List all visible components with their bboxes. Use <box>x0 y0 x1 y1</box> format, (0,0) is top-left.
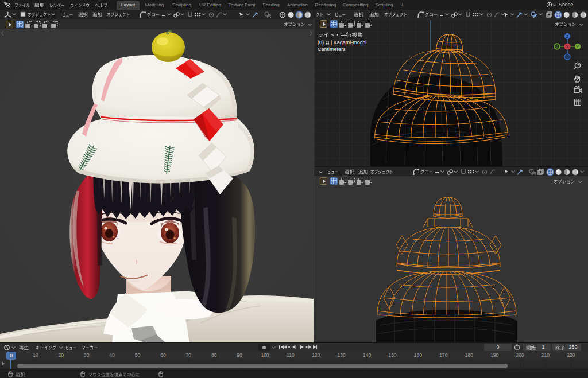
svg-text:Z: Z <box>566 34 569 38</box>
svg-text:X: X <box>566 45 569 49</box>
svg-text:Y: Y <box>577 45 579 49</box>
